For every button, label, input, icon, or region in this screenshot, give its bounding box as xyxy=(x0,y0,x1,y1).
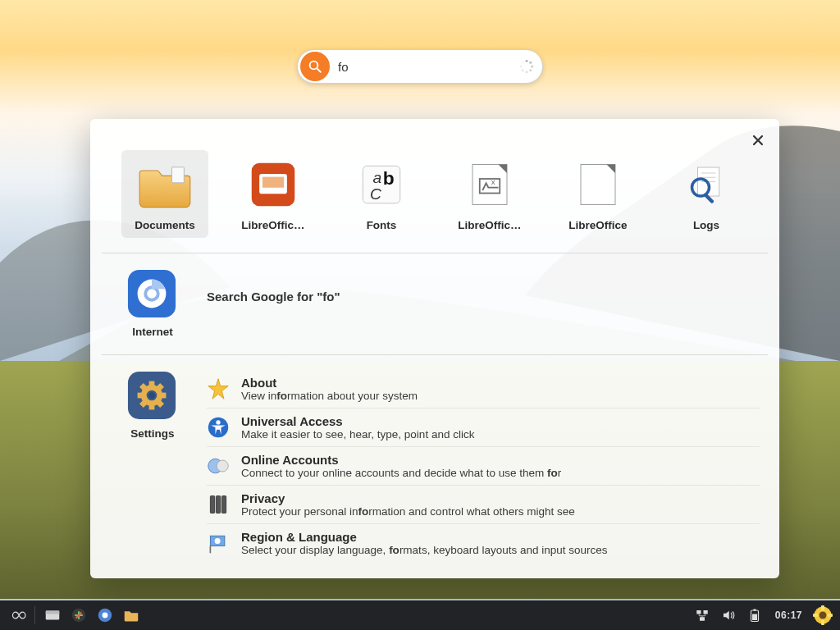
sunflower-avatar-icon xyxy=(813,605,833,625)
svg-point-6 xyxy=(529,69,532,71)
settings-gear-icon xyxy=(126,370,179,422)
svg-text:b: b xyxy=(383,167,395,189)
logs-icon xyxy=(677,155,736,214)
app-tile-documents[interactable]: Documents xyxy=(121,150,208,238)
svg-line-40 xyxy=(158,385,162,389)
chromium-small-icon xyxy=(96,606,114,624)
svg-line-42 xyxy=(158,402,162,406)
svg-point-3 xyxy=(526,60,528,62)
search-button[interactable] xyxy=(300,52,330,81)
settings-list: About View information about your system… xyxy=(207,370,760,562)
svg-point-52 xyxy=(215,538,221,544)
settings-category[interactable]: Settings xyxy=(115,370,190,562)
libreoffice-start-icon xyxy=(568,155,628,214)
internet-label: Internet xyxy=(132,326,173,338)
plus-circle-icon xyxy=(70,606,88,624)
settings-item-subtitle: Protect your personal information and co… xyxy=(241,505,575,518)
app-label: LibreOffic… xyxy=(241,219,304,231)
taskbar-app-files[interactable] xyxy=(40,604,65,627)
svg-text:x: x xyxy=(491,177,495,186)
tray-user-avatar[interactable] xyxy=(810,604,835,627)
svg-point-9 xyxy=(520,66,523,68)
taskbar-app-file-manager[interactable] xyxy=(119,604,144,627)
taskbar: 06:17 xyxy=(0,600,840,630)
settings-item-title: About xyxy=(241,376,418,390)
app-label: Fonts xyxy=(367,219,397,231)
svg-point-58 xyxy=(103,613,108,619)
svg-line-41 xyxy=(141,402,145,406)
settings-item-title: Online Accounts xyxy=(241,453,561,467)
search-google-item[interactable]: Search Google for "fo" xyxy=(207,268,760,304)
svg-rect-55 xyxy=(46,611,60,614)
tray-volume[interactable] xyxy=(716,604,741,627)
svg-rect-19 xyxy=(472,165,507,205)
start-menu-button[interactable] xyxy=(5,604,30,627)
svg-rect-59 xyxy=(696,610,701,614)
power-icon xyxy=(747,608,762,623)
search-input[interactable] xyxy=(330,60,519,74)
svg-point-5 xyxy=(531,66,533,68)
settings-item-title: Region & Language xyxy=(241,530,608,544)
universal-access-icon xyxy=(207,416,230,439)
internet-category[interactable]: Internet xyxy=(115,268,190,338)
drive-icon xyxy=(43,606,62,624)
svg-point-32 xyxy=(147,289,157,299)
svg-point-43 xyxy=(148,392,155,399)
settings-item-subtitle: View information about your system xyxy=(241,390,418,402)
taskbar-app-chromium[interactable] xyxy=(93,604,117,627)
libreoffice-impress-icon xyxy=(244,155,303,214)
folder-small-icon xyxy=(122,606,140,624)
settings-item-title: Universal Access xyxy=(241,414,474,428)
settings-item-subtitle: Make it easier to see, hear, type, point… xyxy=(241,428,474,441)
svg-rect-22 xyxy=(581,165,615,205)
tray-network[interactable] xyxy=(690,604,714,627)
svg-rect-48 xyxy=(210,496,214,514)
about-icon xyxy=(207,377,230,400)
folder-documents-icon xyxy=(135,155,194,214)
search-bar[interactable] xyxy=(297,49,543,84)
volume-icon xyxy=(721,608,736,623)
app-tile-libreoffice-math[interactable]: x LibreOffic… xyxy=(446,150,533,238)
svg-rect-61 xyxy=(700,617,705,621)
settings-item-online-accounts[interactable]: Online Accounts Connect to your online a… xyxy=(207,446,760,485)
infinity-icon xyxy=(8,609,26,621)
clock[interactable]: 06:17 xyxy=(769,609,809,621)
app-tile-logs[interactable]: Logs xyxy=(663,150,750,238)
app-tile-fonts[interactable]: a b C Fonts xyxy=(338,150,425,238)
taskbar-app-software[interactable] xyxy=(66,604,91,627)
settings-section: Settings About View information about yo… xyxy=(90,355,779,578)
region-language-icon xyxy=(207,532,230,555)
svg-point-45 xyxy=(216,420,220,424)
svg-text:a: a xyxy=(373,169,382,186)
settings-item-subtitle: Select your display language, formats, k… xyxy=(241,544,608,556)
settings-item-region-language[interactable]: Region & Language Select your display la… xyxy=(207,523,760,562)
applications-row: Documents LibreOffic… a b xyxy=(90,119,779,253)
settings-item-privacy[interactable]: Privacy Protect your personal informatio… xyxy=(207,485,760,523)
separator xyxy=(34,606,35,624)
app-tile-libreoffice-start[interactable]: LibreOffice xyxy=(555,150,641,238)
svg-line-2 xyxy=(317,68,321,72)
app-label: LibreOffice xyxy=(568,219,627,231)
settings-item-universal-access[interactable]: Universal Access Make it easier to see, … xyxy=(207,408,760,446)
tray-battery[interactable] xyxy=(742,604,767,627)
svg-point-7 xyxy=(526,71,528,73)
libreoffice-math-icon: x xyxy=(460,155,519,214)
settings-item-subtitle: Connect to your online accounts and deci… xyxy=(241,467,561,479)
svg-rect-63 xyxy=(753,609,756,611)
svg-point-4 xyxy=(529,62,532,64)
svg-rect-50 xyxy=(221,496,226,514)
app-tile-libreoffice-impress[interactable]: LibreOffic… xyxy=(230,150,317,238)
svg-rect-49 xyxy=(216,496,220,514)
settings-label: Settings xyxy=(130,427,174,440)
svg-line-39 xyxy=(141,385,145,389)
svg-rect-11 xyxy=(172,167,185,183)
svg-point-47 xyxy=(217,460,228,472)
app-label: Documents xyxy=(135,219,195,231)
chromium-icon xyxy=(126,268,179,321)
app-label: Logs xyxy=(693,219,719,231)
close-button[interactable] xyxy=(746,129,769,152)
svg-text:C: C xyxy=(370,185,381,203)
settings-item-about[interactable]: About View information about your system xyxy=(207,370,760,408)
internet-section: Internet Search Google for "fo" xyxy=(90,253,779,354)
svg-rect-64 xyxy=(752,614,757,621)
